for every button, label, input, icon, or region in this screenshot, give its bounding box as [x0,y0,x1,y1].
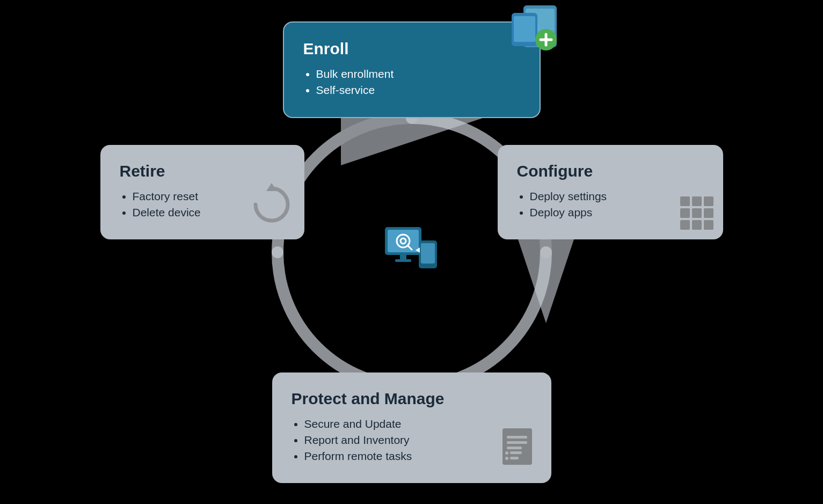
svg-rect-19 [388,230,419,252]
retire-card: Retire Factory reset Delete device [100,145,304,239]
protect-title: Protect and Manage [292,390,532,408]
svg-rect-16 [510,457,519,459]
diagram-container: Enroll Bulk enrollment Self-service Conf… [90,16,734,488]
enroll-card: Enroll Bulk enrollment Self-service [283,21,541,118]
svg-rect-14 [510,451,522,454]
protect-icon [497,424,543,474]
enroll-item-2: Self-service [316,84,520,97]
protect-list: Secure and Update Report and Inventory P… [292,418,532,463]
svg-rect-10 [507,436,527,439]
svg-rect-11 [507,441,527,444]
enroll-icon [502,1,561,57]
configure-title: Configure [517,162,704,180]
protect-card: Protect and Manage Secure and Update Rep… [272,372,551,483]
enroll-title: Enroll [303,40,520,58]
svg-point-15 [505,457,508,460]
configure-grid-icon [680,196,713,230]
svg-rect-26 [421,243,435,264]
configure-item-2: Deploy apps [530,206,704,219]
retire-icon [247,180,296,231]
configure-list: Deploy settings Deploy apps [517,190,704,219]
center-icon [382,224,441,280]
enroll-list: Bulk enrollment Self-service [303,68,520,97]
configure-card: Configure Deploy settings Deploy apps [498,145,723,239]
retire-title: Retire [120,162,285,180]
svg-rect-12 [507,447,522,449]
svg-rect-5 [514,16,535,42]
enroll-item-1: Bulk enrollment [316,68,520,81]
configure-item-1: Deploy settings [530,190,704,203]
svg-rect-21 [395,259,411,262]
svg-point-13 [505,451,508,455]
